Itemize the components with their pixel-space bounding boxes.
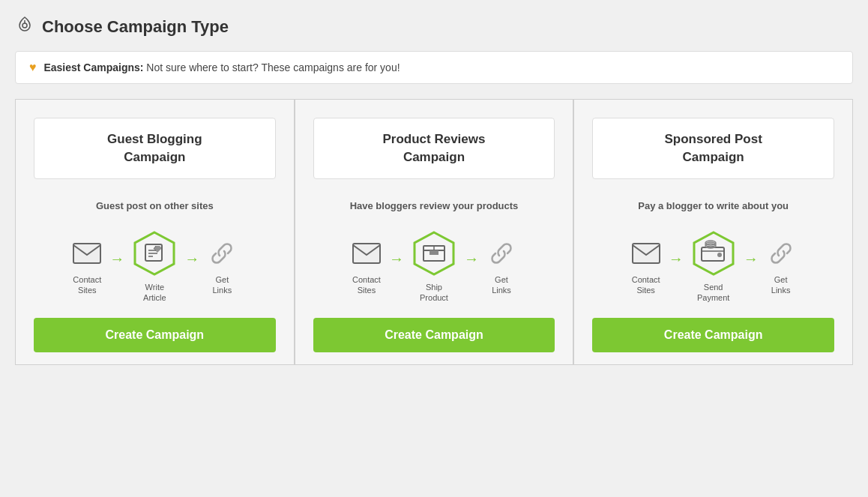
campaign-card-bottom-sponsored: Pay a blogger to write about you Contact… (574, 179, 852, 365)
campaign-title-guest: Guest BloggingCampaign (52, 130, 257, 166)
easiest-banner: ♥ Easiest Campaigns: Not sure where to s… (15, 51, 853, 84)
svg-rect-13 (430, 250, 438, 255)
hexagon-icon-sponsored (690, 229, 738, 277)
hexagon-icon-product (410, 229, 458, 277)
svg-rect-2 (73, 244, 100, 263)
campaigns-grid: Guest BloggingCampaign Guest post on oth… (15, 99, 853, 365)
campaign-description-sponsored: Pay a blogger to write about you (638, 200, 789, 211)
campaign-title-box-sponsored: Sponsored PostCampaign (592, 118, 834, 179)
flow-link-sponsored: GetLinks (765, 237, 798, 296)
arrow1-guest: → (109, 250, 124, 268)
create-campaign-button-product[interactable]: Create Campaign (313, 318, 555, 352)
page-header: Choose Campaign Type (15, 15, 853, 39)
flow-hexagon-sponsored: SendPayment (690, 229, 738, 304)
page-title: Choose Campaign Type (42, 17, 229, 37)
campaign-title-box-guest: Guest BloggingCampaign (34, 118, 276, 179)
svg-rect-15 (633, 244, 660, 263)
campaign-description-guest: Guest post on other sites (96, 200, 214, 211)
hexagon-label-sponsored: SendPayment (697, 282, 729, 304)
svg-rect-9 (353, 244, 380, 263)
arrow1-product: → (389, 250, 404, 268)
svg-marker-16 (694, 232, 733, 274)
campaign-card-bottom-product: Have bloggers review your products Conta… (295, 179, 573, 365)
campaign-card-guest-blogging: Guest BloggingCampaign Guest post on oth… (16, 100, 294, 364)
flow-hexagon-guest: WriteArticle (130, 229, 178, 304)
arrow2-guest: → (184, 250, 199, 268)
svg-point-18 (717, 253, 722, 257)
banner-bold: Easiest Campaigns: (43, 61, 143, 73)
svg-point-0 (22, 23, 27, 28)
campaign-flow-sponsored: ContactSites → (630, 229, 798, 304)
page-container: Choose Campaign Type ♥ Easiest Campaigns… (0, 0, 868, 497)
arrow2-product: → (464, 250, 479, 268)
campaign-flow-guest: ContactSites → (70, 229, 238, 304)
campaign-type-icon (15, 15, 34, 39)
link-icon-product (485, 237, 518, 270)
campaign-card-sponsored: Sponsored PostCampaign Pay a blogger to … (574, 100, 852, 364)
link-label-sponsored: GetLinks (771, 274, 791, 296)
campaign-title-box-product: Product ReviewsCampaign (313, 118, 555, 179)
envelope-icon-product (350, 237, 383, 270)
campaign-title-sponsored: Sponsored PostCampaign (611, 130, 816, 166)
campaign-card-product-reviews: Product ReviewsCampaign Have bloggers re… (295, 100, 573, 364)
envelope-icon-guest (70, 237, 103, 270)
campaign-card-bottom-guest: Guest post on other sites ContactSites (16, 179, 294, 365)
create-campaign-button-guest[interactable]: Create Campaign (34, 318, 276, 352)
create-campaign-button-sponsored[interactable]: Create Campaign (592, 318, 834, 352)
hexagon-label-guest: WriteArticle (143, 282, 166, 304)
campaign-description-product: Have bloggers review your products (350, 200, 519, 211)
hexagon-icon-guest (130, 229, 178, 277)
flow-hexagon-product: ShipProduct (410, 229, 458, 304)
flow-link-product: GetLinks (485, 237, 518, 296)
flow-envelope-guest: ContactSites (70, 237, 103, 296)
heart-icon: ♥ (29, 61, 37, 73)
envelope-label-product: ContactSites (352, 274, 381, 296)
flow-link-guest: GetLinks (205, 237, 238, 296)
link-label-product: GetLinks (492, 274, 511, 296)
envelope-label-sponsored: ContactSites (632, 274, 660, 296)
flow-envelope-product: ContactSites (350, 237, 383, 296)
campaign-title-product: Product ReviewsCampaign (332, 130, 537, 166)
envelope-icon-sponsored (630, 237, 663, 270)
flow-envelope-sponsored: ContactSites (630, 237, 663, 296)
arrow1-sponsored: → (669, 250, 684, 268)
hexagon-label-product: ShipProduct (420, 282, 448, 304)
campaign-flow-product: ContactSites → (350, 229, 518, 304)
envelope-label-guest: ContactSites (73, 274, 101, 296)
link-icon-sponsored (765, 237, 798, 270)
link-icon-guest (205, 237, 238, 270)
link-label-guest: GetLinks (212, 274, 232, 296)
arrow2-sponsored: → (744, 250, 759, 268)
banner-text: Not sure where to start? These campaigns… (146, 61, 400, 73)
